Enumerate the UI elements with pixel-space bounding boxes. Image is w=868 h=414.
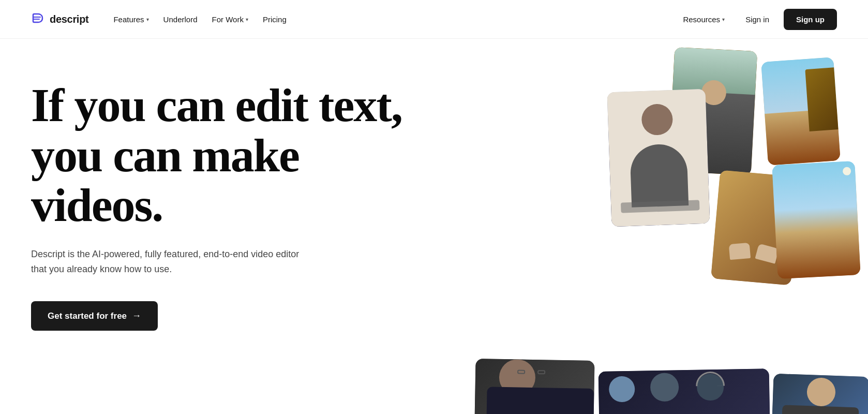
features-chevron-icon: ▾ [146,17,149,22]
hero-content: If you can edit text, you can make video… [31,80,419,331]
nav-features[interactable]: Features ▾ [107,11,155,28]
photo-card-4 [711,170,800,286]
cta-label: Get started for free [48,311,127,321]
cta-arrow-icon: → [132,310,141,321]
navbar: descript Features ▾ Underlord For Work ▾… [0,0,868,39]
nav-links: Features ▾ Underlord For Work ▾ Pricing [107,11,292,28]
photo-card-2 [761,57,841,165]
hero-subtitle: Descript is the AI-powered, fully featur… [31,247,300,277]
photo-card-3 [607,89,710,227]
logo[interactable]: descript [31,12,88,26]
nav-resources[interactable]: Resources ▾ [677,11,731,28]
photo-card-8 [771,374,868,414]
brand-name: descript [50,13,88,25]
photo-card-7 [598,368,771,414]
nav-left: descript Features ▾ Underlord For Work ▾… [31,11,293,28]
hero-section: If you can edit text, you can make video… [0,39,868,414]
photo-card-5 [772,161,860,279]
sign-in-button[interactable]: Sign in [735,10,780,29]
photo-card-1 [668,47,757,175]
nav-pricing[interactable]: Pricing [257,11,293,28]
nav-right: Resources ▾ Sign in Sign up [677,9,837,30]
nav-underlord[interactable]: Underlord [157,11,204,28]
photo-card-6 [474,359,594,414]
nav-for-work[interactable]: For Work ▾ [205,11,254,28]
resources-chevron-icon: ▾ [722,17,725,22]
sign-up-button[interactable]: Sign up [784,9,837,30]
photo-collage [506,39,868,414]
for-work-chevron-icon: ▾ [246,17,248,22]
cta-button[interactable]: Get started for free → [31,301,158,331]
hero-title: If you can edit text, you can make video… [31,80,419,230]
descript-logo-icon [31,12,46,26]
